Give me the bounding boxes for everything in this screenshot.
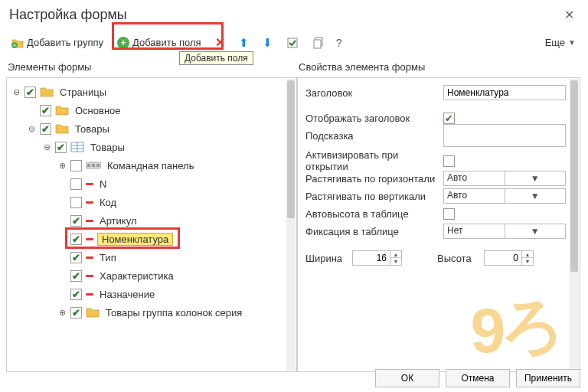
expander-icon[interactable]: ⊖ [11,87,21,96]
spin-up-icon[interactable]: ▲ [522,251,533,258]
move-up-button[interactable]: ⬆ [234,32,254,54]
scrollbar-vertical[interactable] [570,79,579,371]
expander-icon[interactable] [57,198,67,207]
scroll-thumb[interactable] [287,80,295,218]
delete-button[interactable]: ✕ [210,31,230,54]
delete-x-icon: ✕ [215,35,225,50]
apply-settings-button[interactable] [281,33,304,53]
tree-item[interactable]: Код [10,193,293,211]
tree-checkbox[interactable] [24,87,36,98]
field-dash-icon [86,256,93,259]
svg-rect-2 [288,38,297,47]
help-button[interactable]: ? [333,37,345,49]
table-icon [70,141,84,153]
expander-icon[interactable] [57,253,67,262]
expander-icon[interactable]: ⊕ [57,161,67,170]
scroll-thumb[interactable] [570,80,578,272]
field-dash-icon [86,183,93,185]
spin-down-icon[interactable]: ▼ [390,258,401,265]
tree-item[interactable]: N [10,175,293,193]
stretch-h-select[interactable]: Авто ▼ [443,171,566,186]
add-fields-label: Добавить поля [132,37,201,48]
expander-icon[interactable] [57,179,67,188]
right-panel-title: Свойства элемента формы [297,58,580,77]
ok-button[interactable]: ОК [375,369,439,387]
expander-icon[interactable]: ⊕ [57,308,67,317]
caret-down-icon: ▼ [568,38,576,47]
apply-button[interactable]: Применить [516,369,580,387]
tree-checkbox[interactable] [70,252,82,263]
form-elements-tree[interactable]: ⊖СтраницыОсновное⊖Товары⊖Товары⊕Командна… [7,78,296,371]
tree-item[interactable]: Номенклатура [10,230,293,248]
width-input[interactable] [353,251,390,265]
expander-icon[interactable] [57,216,67,225]
move-down-button[interactable]: ⬇ [257,32,278,54]
left-panel: ⊖СтраницыОсновное⊖Товары⊖Товары⊕Командна… [6,77,297,372]
svg-rect-12 [96,164,100,167]
header-input[interactable] [443,85,566,100]
tree-item[interactable]: ⊕Командная панель [10,156,293,175]
more-button[interactable]: Еще ▼ [539,34,582,51]
title-bar: Настройка формы ✕ [0,0,588,28]
tree-checkbox[interactable] [70,307,82,318]
tree-checkbox[interactable] [70,160,82,172]
tree-checkbox[interactable] [70,234,82,245]
expander-icon[interactable]: ⊖ [42,142,51,152]
close-icon[interactable]: ✕ [560,6,579,24]
expander-icon[interactable] [57,289,67,299]
tree-item[interactable]: Характеристика [10,266,293,285]
expander-icon[interactable] [57,271,67,280]
svg-rect-4 [314,40,321,48]
tree-checkbox[interactable] [70,197,82,208]
height-spinner[interactable]: ▲▼ [484,250,534,266]
tree-checkbox[interactable] [70,270,82,282]
show-header-label: Отображать заголовок [305,113,443,124]
expander-icon[interactable]: ⊖ [27,124,36,133]
tree-checkbox[interactable] [70,178,82,190]
width-spinner[interactable]: ▲▼ [352,250,402,266]
tree-item[interactable]: Назначение [10,285,293,303]
add-group-button[interactable]: + Добавить группу [6,33,109,52]
folder-icon [40,86,54,98]
dialog-buttons: ОК Отмена Применить [375,369,580,387]
fix-value: Нет [444,224,505,238]
tree-item[interactable]: ⊖Товары [10,138,293,156]
tree-checkbox[interactable] [70,215,82,227]
tree-item-label: Код [97,196,119,209]
tree-item[interactable]: Основное [10,101,293,119]
add-fields-button[interactable]: + Добавить поля [112,33,207,53]
spin-down-icon[interactable]: ▼ [522,258,533,265]
folder-icon [55,104,69,116]
plus-circle-icon: + [117,37,129,49]
tree-item-label: Тип [97,251,119,264]
copies-button[interactable] [307,33,330,53]
scrollbar-vertical[interactable] [286,79,296,371]
tree-item[interactable]: Артикул [10,211,293,230]
hint-input[interactable] [443,124,566,147]
tree-checkbox[interactable] [40,123,51,135]
tree-checkbox[interactable] [55,142,67,153]
stretch-v-select[interactable]: Авто ▼ [443,188,566,204]
tree-item-label: Артикул [97,214,139,227]
expander-icon[interactable] [57,234,67,243]
tree-checkbox[interactable] [70,289,82,300]
autoheight-checkbox[interactable] [443,208,455,220]
tree-item-label: Товары [88,141,127,154]
field-dash-icon [86,220,93,222]
cancel-button[interactable]: Отмена [446,369,510,387]
spin-up-icon[interactable]: ▲ [390,251,401,258]
arrow-down-icon: ⬇ [263,36,273,50]
tree-checkbox[interactable] [40,105,51,116]
tree-item[interactable]: Тип [10,248,293,266]
tree-item[interactable]: ⊖Товары [10,119,293,138]
tree-item[interactable]: ⊖Страницы [10,83,293,101]
svg-text:+: + [13,43,16,48]
fix-select[interactable]: Нет ▼ [443,224,566,239]
left-panel-title: Элементы формы [6,58,297,77]
height-input[interactable] [485,251,521,265]
tree-item[interactable]: ⊕Товары группа колонок серия [10,303,293,322]
expander-icon[interactable] [27,106,36,115]
autoheight-label: Автовысота в таблице [305,208,443,220]
activate-checkbox[interactable] [443,155,455,167]
show-header-checkbox[interactable] [443,113,455,124]
